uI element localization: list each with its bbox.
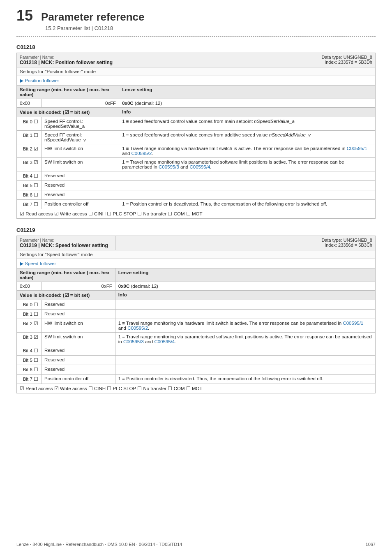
bit-row: Bit 3 ☑SW limit switch on1 ≡ Travel rang… (17, 158, 376, 171)
sections-container: C01218Parameter | Name:C01218 | MCK: Pos… (16, 44, 376, 393)
table-footer: ☑ Read access ☑ Write access ☐ CINH ☐ PL… (17, 384, 376, 393)
bit-checkbox: ☑ (34, 321, 38, 326)
bit-checkbox: ☐ (34, 192, 38, 197)
bit-row: Bit 2 ☑HW limit switch on1 ≡ Travel rang… (17, 319, 376, 333)
link-C00595/4[interactable]: C00595/4 (154, 339, 175, 344)
bit-checkbox: ☐ (34, 367, 38, 372)
bit-row: Bit 0 ☐Reserved (17, 300, 376, 310)
bit-row: Bit 1 ☐Speed FF control: nSpeedAddValue_… (17, 131, 376, 144)
bit-checkbox: ☐ (34, 183, 38, 188)
bit-checkbox: ☐ (34, 202, 38, 207)
bit-checkbox: ☑ (34, 146, 38, 151)
bit-row: Bit 7 ☐Position controller off1 ≡ Positi… (17, 375, 376, 384)
bit-checkbox: ☑ (34, 160, 38, 165)
link-C00595/2[interactable]: C00595/2 (127, 326, 148, 331)
bit-checkbox: ☐ (34, 377, 38, 382)
bit-row: Bit 3 ☑SW limit switch on1 ≡ Travel rang… (17, 333, 376, 346)
chapter-number: 15 (16, 8, 33, 23)
link-C00595/4[interactable]: C00595/4 (189, 164, 210, 169)
bit-checkbox: ☐ (34, 119, 38, 124)
bit-checkbox: ☐ (34, 133, 38, 138)
bit-row: Bit 4 ☐Reserved (17, 346, 376, 356)
section-label-C01218: C01218 (16, 44, 376, 50)
table-footer: ☑ Read access ☑ Write access ☐ CINH ☐ PL… (17, 209, 376, 219)
link-C00595/3[interactable]: C00595/3 (159, 164, 179, 169)
bit-row: Bit 1 ☐Reserved (17, 310, 376, 319)
bit-checkbox: ☐ (34, 312, 38, 317)
sub-heading: 15.2 Parameter list | C01218 (45, 25, 376, 31)
chapter-title: Parameter reference (41, 11, 145, 23)
follower-link-C01219[interactable]: Speed follower (20, 261, 56, 266)
bit-row: Bit 6 ☐Reserved (17, 365, 376, 375)
bit-checkbox: ☐ (34, 302, 38, 307)
page-header: 15 Parameter reference (16, 8, 376, 23)
divider (16, 36, 376, 37)
bit-row: Bit 5 ☐Reserved (17, 356, 376, 365)
bit-row: Bit 6 ☐Reserved (17, 190, 376, 200)
link-C00595/1[interactable]: C00595/1 (347, 146, 367, 151)
follower-link-C01218[interactable]: Position follower (20, 78, 59, 83)
footer-right: 1067 (366, 542, 376, 547)
bit-checkbox: ☐ (34, 358, 38, 363)
bit-checkbox: ☐ (34, 348, 38, 353)
bit-row: Bit 5 ☐Reserved (17, 181, 376, 190)
param-table-C01219: Parameter | Name:C01219 | MCK: Speed fol… (16, 236, 376, 393)
bit-row: Bit 7 ☐Position controller off1 ≡ Positi… (17, 200, 376, 209)
section-label-C01219: C01219 (16, 227, 376, 233)
bit-row: Bit 0 ☐Speed FF control.: nSpeedSetValue… (17, 117, 376, 131)
footer-left: Lenze · 8400 HighLine · Referenzhandbuch… (16, 542, 182, 547)
bit-row: Bit 2 ☑HW limit switch on1 ≡ Travel rang… (17, 144, 376, 158)
link-C00595/3[interactable]: C00595/3 (123, 339, 144, 344)
link-C00595/2[interactable]: C00595/2 (131, 151, 152, 156)
param-table-C01218: Parameter | Name:C01218 | MCK: Position … (16, 53, 376, 219)
bit-checkbox: ☑ (34, 335, 38, 340)
bit-row: Bit 4 ☐Reserved (17, 171, 376, 181)
page-footer: Lenze · 8400 HighLine · Referenzhandbuch… (0, 542, 392, 547)
bit-checkbox: ☐ (34, 173, 38, 178)
link-C00595/1[interactable]: C00595/1 (343, 321, 363, 326)
